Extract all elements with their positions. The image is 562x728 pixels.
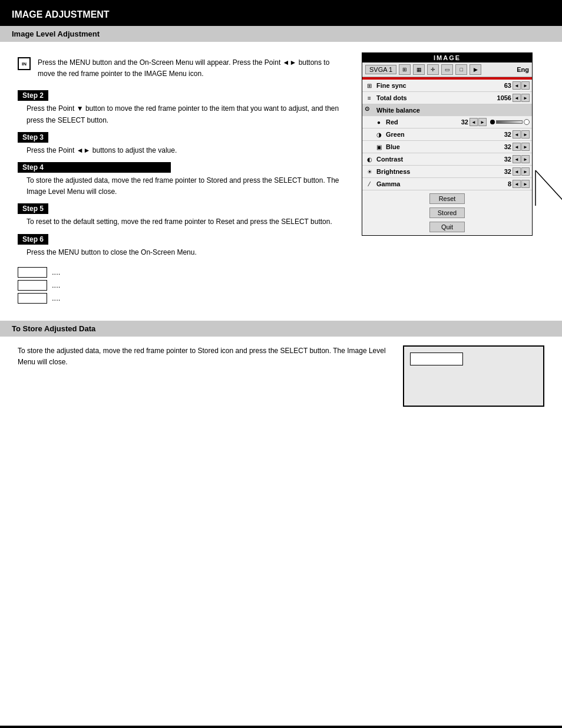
fine-sync-icon: ⊞ (365, 81, 374, 90)
contrast-icon: ◐ (365, 154, 374, 164)
contrast-row: ◐ Contrast 32 ◄ ► (362, 153, 532, 166)
small-box-row-1: .... (18, 267, 344, 278)
green-left-arrow[interactable]: ◄ (513, 130, 521, 139)
dots-1: .... (52, 268, 60, 276)
main-layout: IN Press the MENU button and the On-Scre… (18, 52, 544, 306)
small-box-3 (18, 293, 47, 304)
diagram-space (410, 370, 537, 400)
total-dots-value: 1056 (491, 94, 511, 101)
step3-text: Press the Point ◄► buttons to adjust the… (27, 145, 344, 156)
white-balance-icon: ⊙ (365, 106, 374, 115)
small-box-2 (18, 280, 47, 291)
blue-arrows: ◄ ► (513, 143, 530, 151)
section2-title: To Store Adjusted Data (12, 324, 95, 333)
brightness-value: 32 (491, 168, 511, 175)
red-arrows: ◄ ► (470, 118, 487, 126)
svg-line-0 (535, 170, 562, 206)
step5-text: To reset to the default setting, move th… (27, 216, 344, 228)
green-value: 32 (491, 131, 511, 138)
red-value: 32 (448, 118, 468, 126)
brightness-row: ☀ Brightness 32 ◄ ► (362, 166, 532, 178)
total-dots-icon: ≡ (365, 93, 374, 103)
contrast-label: Contrast (376, 156, 491, 163)
contrast-right-arrow[interactable]: ► (521, 155, 530, 163)
fine-sync-label: Fine sync (376, 82, 491, 89)
step2-label: Step 2 (18, 90, 48, 101)
fine-sync-arrows: ◄ ► (513, 81, 530, 90)
blue-icon: ▣ (374, 142, 384, 151)
red-label: Red (386, 118, 448, 126)
small-boxes-section: .... .... .... (18, 267, 344, 304)
blue-label: Blue (386, 143, 491, 150)
step4-label: Step 4 (18, 162, 171, 173)
gamma-value: 8 (491, 180, 511, 187)
gamma-left-arrow[interactable]: ◄ (513, 180, 521, 188)
gamma-arrows: ◄ ► (513, 180, 530, 188)
slider-bar (496, 120, 523, 124)
bottom-text-col: To store the adjusted data, move the red… (18, 345, 391, 407)
stored-button[interactable]: Stored (429, 207, 465, 218)
gamma-row: ∕ Gamma 8 ◄ ► (362, 178, 532, 190)
section2-body-text: To store the adjusted data, move the red… (18, 345, 391, 368)
slider-handle[interactable] (524, 119, 530, 125)
step5-label: Step 5 (18, 203, 48, 214)
fine-sync-right-arrow[interactable]: ► (521, 81, 530, 90)
step6-label: Step 6 (18, 234, 48, 245)
bottom-content: To store the adjusted data, move the red… (0, 337, 562, 416)
reset-button[interactable]: Reset (429, 193, 465, 204)
icon-btn-6[interactable]: ▶ (470, 64, 481, 75)
contrast-left-arrow[interactable]: ◄ (513, 155, 521, 163)
brightness-right-arrow[interactable]: ► (521, 167, 530, 176)
blue-left-arrow[interactable]: ◄ (513, 143, 521, 151)
gamma-right-arrow[interactable]: ► (521, 180, 530, 188)
brightness-label: Brightness (376, 168, 491, 175)
fine-sync-left-arrow[interactable]: ◄ (513, 81, 521, 90)
header-title: IMAGE ADJUSTMENT (12, 9, 110, 19)
icon-btn-4[interactable]: ▭ (441, 64, 453, 75)
red-left-arrow[interactable]: ◄ (470, 118, 478, 126)
contrast-arrows: ◄ ► (513, 155, 530, 163)
total-dots-label: Total dots (376, 94, 491, 101)
dots-2: .... (52, 281, 60, 289)
total-dots-right-arrow[interactable]: ► (521, 94, 530, 102)
section1-bar: Image Level Adjustment (0, 26, 562, 42)
brightness-arrows: ◄ ► (513, 167, 530, 176)
bottom-diagram (403, 345, 544, 407)
fine-sync-row: ⊞ Fine sync 63 ◄ ► (362, 80, 532, 92)
left-column: IN Press the MENU button and the On-Scre… (18, 52, 350, 306)
green-right-arrow[interactable]: ► (521, 130, 530, 139)
quit-button[interactable]: Quit (429, 222, 465, 232)
white-balance-row: ⊙ White balance (362, 104, 532, 116)
icon-btn-3[interactable]: ✛ (427, 64, 439, 75)
total-dots-left-arrow[interactable]: ◄ (513, 94, 521, 102)
white-balance-label: White balance (376, 107, 420, 114)
page-content: IN Press the MENU button and the On-Scre… (0, 47, 562, 312)
step3-label: Step 3 (18, 132, 48, 143)
menu-title: IMAGE (362, 53, 532, 62)
menu-actions: Reset Stored Quit (362, 190, 532, 235)
section2-bar: To Store Adjusted Data (0, 321, 562, 337)
gamma-icon: ∕ (365, 179, 374, 189)
red-right-arrow[interactable]: ► (478, 118, 487, 126)
icon-btn-1[interactable]: ⊞ (399, 64, 411, 75)
small-box-row-3: .... (18, 293, 344, 304)
gamma-label: Gamma (376, 180, 491, 187)
red-row: ● Red 32 ◄ ► (362, 116, 532, 129)
menu-signal-btn[interactable]: SVGA 1 (365, 65, 396, 74)
icon-btn-5[interactable]: □ (455, 64, 467, 75)
page-header: IMAGE ADJUSTMENT (0, 4, 562, 26)
brightness-icon: ☀ (365, 167, 374, 176)
menu-toolbar: SVGA 1 ⊞ ▦ ✛ ▭ □ ▶ Eng (362, 62, 532, 77)
small-box-row-2: .... (18, 280, 344, 291)
green-arrows: ◄ ► (513, 130, 530, 139)
green-label: Green (386, 131, 491, 138)
blue-right-arrow[interactable]: ► (521, 143, 530, 151)
icon-btn-2[interactable]: ▦ (413, 64, 425, 75)
small-box-1 (18, 267, 47, 278)
slider-dot (490, 120, 495, 124)
right-column: IMAGE SVGA 1 ⊞ ▦ ✛ ▭ □ ▶ Eng (362, 52, 544, 306)
blue-row: ▣ Blue 32 ◄ ► (362, 141, 532, 153)
brightness-left-arrow[interactable]: ◄ (513, 167, 521, 176)
diagram-input (410, 353, 463, 365)
green-icon: ◑ (374, 130, 384, 139)
